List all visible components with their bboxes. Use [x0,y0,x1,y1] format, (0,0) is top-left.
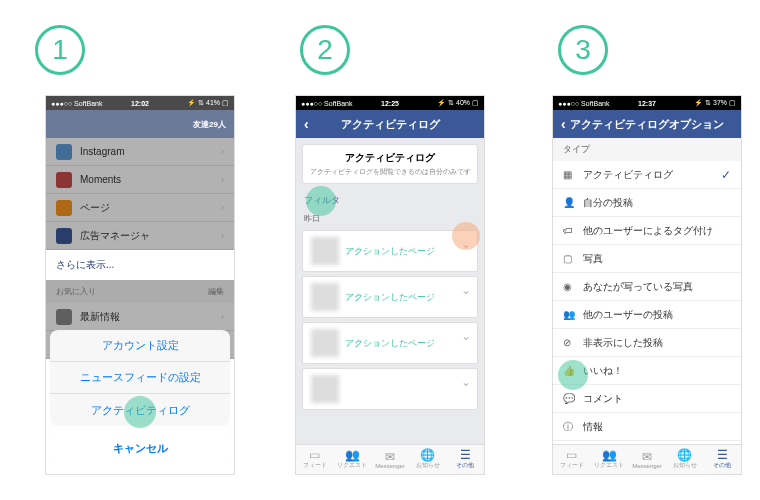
list-item[interactable]: Instagram› [46,138,234,166]
option-row[interactable]: 👥他のユーザーの投稿 [553,301,741,329]
step-badge-2: 2 [300,25,350,75]
favorites-header: お気に入り編集 [46,280,234,303]
item-menu-icon[interactable]: ⌄ [461,375,471,389]
tab-リクエスト[interactable]: 👥リクエスト [334,445,372,474]
option-row[interactable]: 🏷他のユーザーによるタグ付け [553,217,741,245]
list-item[interactable]: Moments› [46,166,234,194]
step-badge-1: 1 [35,25,85,75]
screenshot-2: ●●●○○ SoftBank 12:25 ⚡ ⇅ 40% ▢ ‹ アクティビティ… [295,95,485,475]
item-menu-icon[interactable]: ⌄ [461,283,471,297]
item-menu-icon[interactable]: ⌄ [461,237,471,251]
action-sheet-item[interactable]: ニュースフィードの設定 [50,362,230,394]
action-sheet-item[interactable]: アカウント設定 [50,330,230,362]
option-row[interactable]: ⓘ情報 [553,413,741,441]
info-card: アクティビティログ アクティビティログを閲覧できるのは自分のみです [302,144,478,184]
action-sheet-item[interactable]: アクティビティログ [50,394,230,426]
option-row[interactable]: ▢写真 [553,245,741,273]
list-item[interactable]: 広告マネージャ› [46,222,234,250]
status-bar: ●●●○○ SoftBank 12:25 ⚡ ⇅ 40% ▢ [296,96,484,110]
option-row[interactable]: 👍いいね！ [553,357,741,385]
tab-その他[interactable]: ☰その他 [446,445,484,474]
tab-その他[interactable]: ☰その他 [703,445,741,474]
section-type: タイプ [553,138,741,161]
action-sheet: アカウント設定ニュースフィードの設定アクティビティログ キャンセル [46,326,234,474]
friends-badge[interactable]: 友達29人 [193,119,226,130]
page-title: アクティビティログ [341,117,440,132]
option-row[interactable]: ◉あなたが写っている写真 [553,273,741,301]
activity-item[interactable]: ⌄ [302,368,478,410]
screenshot-1: ●●●○○ SoftBank 12:02 ⚡ ⇅ 41% ▢ 友達29人 Ins… [45,95,235,475]
tab-お知らせ[interactable]: 🌐お知らせ [666,445,704,474]
check-icon: ✓ [721,168,731,182]
tab-Messenger[interactable]: ✉Messenger [371,445,409,474]
tab-bar: ▭フィード👥リクエスト✉Messenger🌐お知らせ☰その他 [553,444,741,474]
tab-Messenger[interactable]: ✉Messenger [628,445,666,474]
page-title: アクティビティログオプション [570,117,724,132]
fb-header: 友達29人 [46,110,234,138]
tab-フィード[interactable]: ▭フィード [296,445,334,474]
list-item[interactable]: ページ› [46,194,234,222]
option-row[interactable]: 💬コメント [553,385,741,413]
filter-button[interactable]: フィルタ [296,190,484,211]
tab-フィード[interactable]: ▭フィード [553,445,591,474]
item-menu-icon[interactable]: ⌄ [461,329,471,343]
step-badge-3: 3 [558,25,608,75]
activity-item[interactable]: アクションしたページ⌄ [302,230,478,272]
status-bar: ●●●○○ SoftBank 12:37 ⚡ ⇅ 37% ▢ [553,96,741,110]
option-row[interactable]: 👤自分の投稿 [553,189,741,217]
edit-link[interactable]: 編集 [208,286,224,297]
fb-header: ‹ アクティビティログ [296,110,484,138]
activity-item[interactable]: アクションしたページ⌄ [302,276,478,318]
tab-リクエスト[interactable]: 👥リクエスト [591,445,629,474]
option-row[interactable]: ⊘非表示にした投稿 [553,329,741,357]
activity-item[interactable]: アクションしたページ⌄ [302,322,478,364]
option-row[interactable]: ▦アクティビティログ✓ [553,161,741,189]
cancel-button[interactable]: キャンセル [50,432,230,464]
tab-bar: ▭フィード👥リクエスト✉Messenger🌐お知らせ☰その他 [296,444,484,474]
show-more-link[interactable]: さらに表示... [46,250,234,280]
back-icon[interactable]: ‹ [304,116,309,132]
tab-お知らせ[interactable]: 🌐お知らせ [409,445,447,474]
status-bar: ●●●○○ SoftBank 12:02 ⚡ ⇅ 41% ▢ [46,96,234,110]
day-label: 昨日 [296,211,484,226]
fb-header: ‹ アクティビティログオプション [553,110,741,138]
back-icon[interactable]: ‹ [561,116,566,132]
screenshot-3: ●●●○○ SoftBank 12:37 ⚡ ⇅ 37% ▢ ‹ アクティビティ… [552,95,742,475]
